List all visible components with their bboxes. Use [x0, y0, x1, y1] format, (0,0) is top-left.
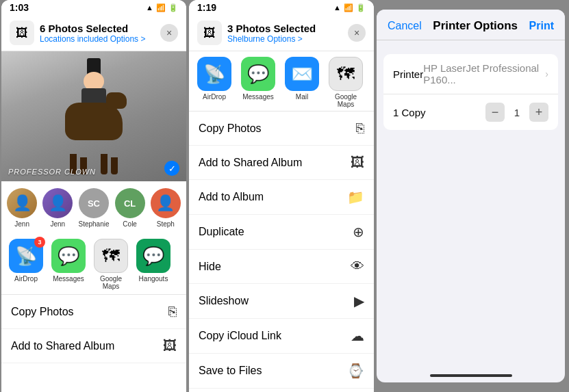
copy-icon-1: ⎘ [168, 304, 177, 319]
maps-app-2[interactable]: 🗺 Google Maps [327, 57, 364, 108]
photos-icon-2: 🖼 [197, 21, 222, 45]
avatar-jenn2: 👤 [42, 188, 73, 218]
avatar-cole: CL [115, 188, 145, 218]
copy-photos-label-1: Copy Photos [11, 306, 74, 318]
airdrop-badge-1: 3 [34, 237, 45, 248]
contacts-row-1: 👤 Jenn 👤 Jenn SC Stephanie CL Cole 👤 Ste… [1, 181, 186, 235]
app-icons-row-1: 📡 3 AirDrop 💬 Messages 🗺 Google Maps 💬 H… [1, 235, 186, 295]
messages-icon-2: 💬 [241, 57, 275, 91]
messages-icon-1: 💬 [51, 239, 86, 273]
copy-photos-item-1[interactable]: Copy Photos ⎘ [1, 295, 186, 329]
horse-leg-4 [111, 157, 118, 174]
time-1: 1:03 [10, 2, 29, 13]
mail-app-2[interactable]: ✉️ Mail [283, 57, 320, 108]
avatar-jenn1: 👤 [7, 188, 37, 218]
printer-row[interactable]: Printer HP LaserJet Professional P160...… [383, 54, 558, 94]
printer-options-card: Printer HP LaserJet Professional P160...… [383, 54, 558, 130]
hide-item-2[interactable]: Hide 👁 [189, 250, 374, 284]
panel-3: Cancel Printer Options Print Printer HP … [377, 10, 565, 382]
copy-photos-icon-2: ⎘ [356, 120, 364, 136]
add-shared-album-icon-2: 🖼 [351, 155, 364, 170]
status-bar-1: 1:03 ▲ 📶 🔋 [1, 0, 186, 15]
slideshow-icon-2: ▶ [354, 293, 364, 309]
duplicate-icon-2: ⊕ [353, 224, 364, 240]
header-text-2: 3 Photos Selected Shelburne Options > [227, 23, 348, 44]
photo-check-1: ✓ [164, 161, 179, 176]
copy-photos-item-2[interactable]: Copy Photos ⎘ [189, 112, 374, 146]
add-shared-album-item-1[interactable]: Add to Shared Album 🖼 [1, 329, 186, 363]
contact-jenn2[interactable]: 👤 Jenn [42, 188, 73, 228]
hide-icon-2: 👁 [351, 259, 364, 274]
mail-icon-2: ✉️ [285, 57, 319, 91]
print-button[interactable]: Print [529, 20, 554, 32]
signal-icon-1: ▲ [146, 3, 153, 12]
maps-icon-1: 🗺 [94, 239, 128, 273]
airdrop-label-1: AirDrop [14, 275, 38, 283]
hangouts-icon-1: 💬 [136, 239, 170, 273]
panel-2: 1:19 ▲ 📶 🔋 🖼 3 Photos Selected Shelburne… [189, 0, 374, 392]
header-title-1: 6 Photos Selected [40, 23, 160, 34]
printer-value: HP LaserJet Professional P160... › [423, 62, 548, 86]
slideshow-item-2[interactable]: Slideshow ▶ [189, 284, 374, 319]
copy-icloud-item-2[interactable]: Copy iCloud Link ☁ [189, 319, 374, 354]
copies-row: 1 Copy − 1 + [383, 94, 558, 130]
create-watch-face-label: Save to Files [199, 365, 262, 377]
contact-cole[interactable]: CL Cole [115, 188, 145, 228]
messages-app-2[interactable]: 💬 Messages [240, 57, 277, 108]
airdrop-app-1[interactable]: 📡 3 AirDrop [7, 239, 45, 290]
printer-options-title: Printer Options [433, 19, 518, 33]
printer-spacer [377, 130, 565, 374]
battery-icon-2: 🔋 [356, 3, 366, 12]
photos-icon-1: 🖼 [10, 21, 34, 45]
duplicate-item-2[interactable]: Duplicate ⊕ [189, 215, 374, 250]
add-album-item-2[interactable]: Add to Album 📁 [189, 180, 374, 215]
hangouts-app-1[interactable]: 💬 Hangouts [134, 239, 173, 290]
close-button-1[interactable]: × [160, 24, 178, 42]
save-files-item-2[interactable]: Save to Files 📂 [189, 389, 374, 392]
contact-name-stephanie: Stephanie [78, 220, 109, 228]
maps-label-2: Google Maps [327, 93, 364, 108]
header-sub-2: Shelburne Options > [227, 34, 348, 44]
status-bar-2: 1:19 ▲ 📶 🔋 [189, 0, 374, 15]
menu-list-2: Copy Photos ⎘ Add to Shared Album 🖼 Add … [189, 112, 374, 392]
add-album-icon-2: 📁 [347, 189, 364, 205]
add-shared-album-item-2[interactable]: Add to Shared Album 🖼 [189, 146, 374, 180]
contact-steph[interactable]: 👤 Steph [151, 188, 181, 228]
horse-leg-3 [101, 154, 108, 174]
contact-jenn1[interactable]: 👤 Jenn [7, 188, 37, 228]
battery-icon-1: 🔋 [168, 3, 178, 12]
contact-name-cole: Cole [115, 220, 145, 228]
copy-icloud-icon-2: ☁ [351, 328, 364, 344]
header-title-2: 3 Photos Selected [227, 23, 348, 34]
airdrop-label-2: AirDrop [203, 93, 226, 101]
cancel-button[interactable]: Cancel [388, 20, 422, 32]
sheet-header-1: 🖼 6 Photos Selected Locations included O… [1, 15, 186, 51]
increment-button[interactable]: + [529, 103, 548, 122]
printer-label: Printer [393, 68, 423, 80]
maps-app-1[interactable]: 🗺 Google Maps [92, 239, 130, 290]
horse-head [106, 92, 127, 109]
wifi-icon-1: 📶 [156, 3, 166, 12]
contact-stephanie[interactable]: SC Stephanie [78, 188, 109, 228]
avatar-steph: 👤 [151, 188, 181, 218]
shared-album-icon-1: 🖼 [163, 338, 177, 354]
app-icons-row-2: 📡 AirDrop 💬 Messages ✉️ Mail 🗺 Google Ma… [189, 51, 374, 112]
status-icons-1: ▲ 📶 🔋 [146, 3, 178, 12]
airdrop-icon-1: 📡 3 [9, 239, 43, 273]
panel-1: 1:03 ▲ 📶 🔋 🖼 6 Photos Selected Locations… [1, 0, 186, 392]
airdrop-app-2[interactable]: 📡 AirDrop [196, 57, 233, 108]
copies-control: − 1 + [485, 103, 548, 122]
time-2: 1:19 [197, 2, 216, 13]
status-icons-2: ▲ 📶 🔋 [333, 3, 366, 12]
messages-app-1[interactable]: 💬 Messages [49, 239, 88, 290]
header-sub-1: Locations included Options > [40, 34, 160, 44]
decrement-button[interactable]: − [485, 103, 505, 122]
options-link-2[interactable]: Options > [267, 34, 303, 44]
maps-icon-2: 🗺 [329, 57, 363, 91]
home-indicator-3 [430, 374, 512, 377]
create-watch-face-item[interactable]: Save to Files ⌚ [189, 354, 374, 389]
copies-count: 1 [510, 107, 524, 118]
options-link-1[interactable]: Options > [110, 34, 146, 44]
contact-name-steph: Steph [151, 220, 181, 228]
close-button-2[interactable]: × [348, 24, 366, 42]
